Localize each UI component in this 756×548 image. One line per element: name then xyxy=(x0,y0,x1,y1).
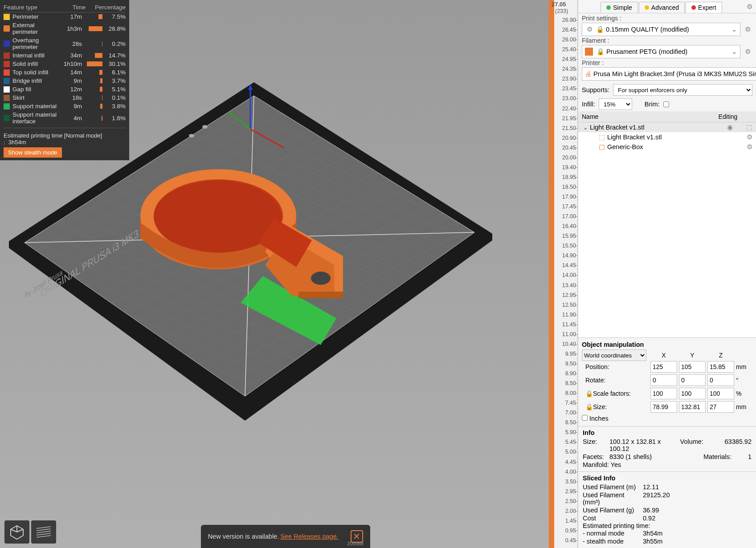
infill-dropdown[interactable]: 15% xyxy=(599,98,632,110)
viewport-3d[interactable]: Feature type Time Percentage Perimeter17… xyxy=(0,0,549,548)
svg-point-8 xyxy=(189,134,194,138)
legend-row: Solid infill1h10m30.1% xyxy=(4,60,126,68)
print-settings-edit-icon[interactable]: ⚙ xyxy=(743,24,752,34)
object-tree[interactable]: ⌄Light Bracket v1.stl◉⬚⬚Light Bracket v1… xyxy=(578,122,756,337)
edit-icon[interactable]: ⚙ xyxy=(747,143,752,150)
svg-line-28 xyxy=(17,529,23,532)
settings-gear-icon[interactable]: ⚙ xyxy=(747,3,752,10)
mode-simple-tab[interactable]: Simple xyxy=(601,2,638,13)
input-2-z[interactable] xyxy=(707,388,734,399)
legend-row: Internal infill34m14.7% xyxy=(4,51,126,60)
update-notification: New version is available. See Releases p… xyxy=(201,525,370,548)
releases-link[interactable]: See Releases page. xyxy=(280,533,339,540)
svg-point-23 xyxy=(311,272,331,285)
input-0-y[interactable] xyxy=(679,361,706,373)
reset-icon[interactable]: ↻ xyxy=(753,363,756,370)
mode-expert-tab[interactable]: Expert xyxy=(686,2,722,13)
legend-row: External perimeter1h3m26.8% xyxy=(4,21,126,36)
footer-number: 209988 xyxy=(347,541,364,546)
input-3-z[interactable] xyxy=(707,401,734,413)
input-2-x[interactable] xyxy=(650,388,677,399)
view-iso-icon[interactable] xyxy=(4,520,29,544)
tree-row[interactable]: ⌄Light Bracket v1.stl◉⬚ xyxy=(578,122,756,132)
printer-dropdown[interactable]: 🖨 Prusa Min Light Bracket.3mf (Prusa i3 … xyxy=(582,67,756,81)
legend-row: Perimeter17m7.5% xyxy=(4,12,126,21)
coord-system-dropdown[interactable]: World coordinates xyxy=(582,349,646,361)
input-3-y[interactable] xyxy=(679,401,706,413)
input-0-x[interactable] xyxy=(650,361,677,373)
inches-checkbox[interactable] xyxy=(582,415,588,421)
filament-edit-icon[interactable]: ⚙ xyxy=(743,47,752,57)
reset-icon[interactable]: ↻ xyxy=(753,390,756,397)
input-3-x[interactable] xyxy=(650,401,677,413)
tree-row[interactable]: ▢Generic-Box⚙ xyxy=(578,142,756,152)
svg-point-7 xyxy=(202,125,208,129)
legend-row: Overhang perimeter28s0.2% xyxy=(4,36,126,51)
view-layers-icon[interactable] xyxy=(31,520,56,544)
svg-line-27 xyxy=(11,529,17,532)
edit-icon[interactable]: ⚙ xyxy=(747,134,752,141)
print-settings-dropdown[interactable]: ⚙🔒 0.15mm QUALITY (modified)⌄ xyxy=(582,23,740,36)
layer-ruler[interactable]: 27.05 (233) 26.9026.4526.0025.4024.9524.… xyxy=(549,0,578,548)
edit-icon[interactable]: ⬚ xyxy=(746,124,752,131)
tree-row[interactable]: ⬚Light Bracket v1.stl⚙ xyxy=(578,132,756,142)
supports-dropdown[interactable]: For support enforcers only xyxy=(613,84,752,96)
filament-dropdown[interactable]: 🔒 Prusament PETG (modified)⌄ xyxy=(582,45,740,58)
input-2-y[interactable] xyxy=(679,388,706,399)
build-plate: ORIGINAL PRUSA i3 MK3 by Josef Prusa xyxy=(0,76,517,463)
mode-advanced-tab[interactable]: Advanced xyxy=(639,2,685,13)
right-panel: ⚙ Simple Advanced Expert Print settings … xyxy=(578,0,756,548)
brim-checkbox[interactable] xyxy=(663,101,669,107)
input-0-z[interactable] xyxy=(707,361,734,373)
svg-marker-22 xyxy=(298,292,343,298)
visibility-icon[interactable]: ◉ xyxy=(727,124,733,131)
reset-icon[interactable]: ↻ xyxy=(753,377,756,384)
input-1-x[interactable] xyxy=(650,374,677,386)
input-1-y[interactable] xyxy=(679,374,706,386)
input-1-z[interactable] xyxy=(707,374,734,386)
